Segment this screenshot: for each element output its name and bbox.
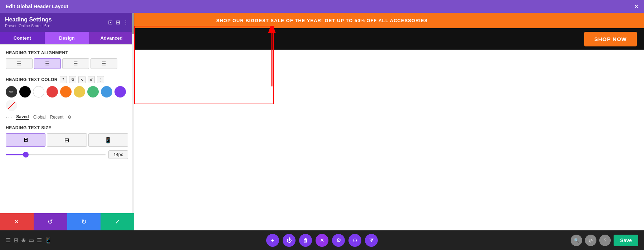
reset-color-btn[interactable]: ↺ [88,76,95,83]
color-tab-global[interactable]: Global [33,115,46,120]
color-tabs: Saved Global Recent ⚙ [16,114,72,120]
grid-icon[interactable]: ⊞ [14,237,18,244]
bottom-toolbar: ☰ ⊞ ⊕ ▭ ☰ 📱 + ⏻ 🗑 ✕ ⚙ ⊙ ⧩ 🔍 ◎ ? Save [0,230,644,250]
device-mobile-btn[interactable]: 📱 [88,133,128,147]
bottom-left-icons: ☰ ⊞ ⊕ ▭ ☰ 📱 [6,237,52,244]
swatch-white[interactable] [33,86,44,98]
align-justify-btn[interactable]: ☰ [91,58,117,69]
size-label: Heading Text Size [6,125,128,130]
swatch-blue[interactable] [101,86,112,98]
align-left-btn[interactable]: ☰ [6,58,33,69]
panel-header: Heading Settings Preset: Online Store H6… [0,13,134,32]
scrollbar-thumb[interactable] [132,13,134,34]
swatch-yellow[interactable] [74,86,85,98]
color-swatches: ✏ [6,86,128,111]
device-desktop-btn[interactable]: 🖥 [6,133,45,147]
device-buttons: 🖥 ⊟ 📱 [6,133,128,147]
swatch-black[interactable] [19,86,31,98]
tablet-icon[interactable]: ☰ [37,237,42,244]
alignment-label: Heading Text Alignment [6,50,128,55]
scrollbar[interactable] [132,13,134,230]
reset-btn[interactable]: ↺ [34,213,67,230]
title-bar-text: Edit Global Header Layout [6,4,68,9]
power-button[interactable]: ⏻ [283,234,296,247]
plus-circle-icon[interactable]: ⊕ [21,237,26,244]
settings-button[interactable]: ⚙ [332,234,345,247]
panel-tabs: Content Design Advanced [0,32,134,45]
cursor-icon-btn[interactable]: ↖ [78,76,86,83]
slider-thumb[interactable] [23,152,29,158]
slider-value[interactable]: 14px [108,150,128,159]
bars-button[interactable]: ⧩ [365,234,378,247]
color-label: Heading Text Color [6,77,58,82]
panel-header-right: ⊡ ⊞ ⋮ [108,19,129,26]
device-tablet-btn[interactable]: ⊟ [47,133,87,147]
bottom-right-buttons: 🔍 ◎ ? Save [571,235,638,246]
expand-icon[interactable]: ⊞ [116,19,120,26]
trash-button[interactable]: 🗑 [299,234,312,247]
alignment-group: ☰ ☰ ☰ ☰ [6,58,128,69]
panel-content: Heading Text Alignment ☰ ☰ ☰ ☰ Heading T… [0,45,134,165]
swatch-pencil[interactable]: ✏ [6,86,17,98]
layers-button[interactable]: ◎ [585,235,596,246]
swatch-purple[interactable] [114,86,126,98]
history-button[interactable]: ⊙ [348,234,361,247]
color-tab-saved[interactable]: Saved [16,114,29,120]
desktop-icon[interactable]: ▭ [29,237,34,244]
bottom-center-buttons: + ⏻ 🗑 ✕ ⚙ ⊙ ⧩ [266,234,378,247]
help-button[interactable]: ? [599,235,611,246]
swatch-green[interactable] [87,86,99,98]
color-tab-recent[interactable]: Recent [50,115,63,120]
copy-icon-btn[interactable]: ⧉ [69,76,76,83]
tab-design[interactable]: Design [45,32,89,44]
swatch-red[interactable] [47,86,58,98]
tab-advanced[interactable]: Advanced [89,32,134,44]
redo-btn[interactable]: ↻ [67,213,101,230]
close-icon[interactable]: × [634,3,638,10]
swatch-orange[interactable] [60,86,72,98]
help-icon-btn[interactable]: ? [60,76,67,83]
preset-label[interactable]: Preset: Online Store H6 ▾ [5,24,52,28]
panel-title: Heading Settings [5,16,52,23]
hamburger-icon[interactable]: ☰ [6,237,11,244]
slider-track[interactable] [6,154,106,155]
shop-now-button[interactable]: SHOP NOW [584,32,637,46]
align-center-btn[interactable]: ☰ [34,58,61,69]
align-right-btn[interactable]: ☰ [62,58,89,69]
swatch-none[interactable] [6,100,17,111]
title-bar: Edit Global Header Layout × [0,0,644,13]
cancel-btn[interactable]: ✕ [0,213,34,230]
tab-content[interactable]: Content [0,32,45,44]
color-more-dots[interactable]: ··· [6,114,13,120]
search2-button[interactable]: 🔍 [571,235,582,246]
color-section-header: Heading Text Color ? ⧉ ↖ ↺ ⋮ [6,76,128,83]
save-button[interactable]: Save [614,235,638,246]
size-slider-row: 14px [6,150,128,159]
phone-icon[interactable]: 📱 [45,237,52,244]
close-button[interactable]: ✕ [316,234,328,247]
more-color-icon[interactable]: ⋮ [97,76,104,83]
gear-icon[interactable]: ⚙ [68,115,72,120]
panel-header-left: Heading Settings Preset: Online Store H6… [5,16,52,28]
more-options-icon[interactable]: ⋮ [123,19,129,26]
minimize-icon[interactable]: ⊡ [108,19,113,26]
confirm-btn[interactable]: ✓ [101,213,134,230]
action-buttons: ✕ ↺ ↻ ✓ [0,213,134,230]
add-button[interactable]: + [266,234,279,247]
left-panel: Heading Settings Preset: Online Store H6… [0,13,134,230]
